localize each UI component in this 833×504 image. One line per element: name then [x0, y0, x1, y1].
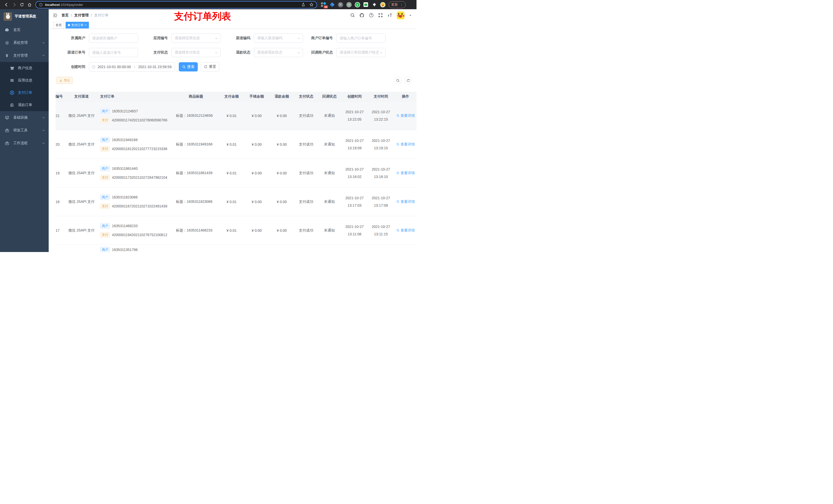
profile-emoji-icon[interactable] [380, 2, 385, 7]
sidebar-item-system[interactable]: 系统管理 [0, 37, 49, 49]
refund-status-select[interactable]: 请选择退款状态 [254, 48, 303, 57]
merchant-tag: 商户 [100, 223, 110, 229]
pay-tag: 支付 [100, 117, 110, 123]
pay-status-select[interactable]: 请选择支付状态 [171, 48, 220, 57]
filter-notify-status: 回调商户状态 请选择订单回调商户状态 [303, 48, 385, 57]
extension-badge: 10 [324, 5, 328, 8]
chevron-down-icon [297, 37, 301, 40]
view-detail-link[interactable]: 查看详情 [396, 228, 415, 233]
sidebar-item-payment[interactable]: ¥ 支付管理 [0, 49, 49, 62]
tag-home[interactable]: 首页 [53, 22, 64, 28]
browser-home-button[interactable] [26, 1, 33, 8]
close-icon[interactable]: × [85, 24, 87, 27]
sidebar-item-label: 退款订单 [18, 103, 32, 107]
create-time-range-input[interactable]: 2021-10-01 00:00:00 - 2021-10-31 23:59:5… [89, 62, 175, 71]
chevron-down-icon [42, 41, 45, 44]
browser-forward-button[interactable] [10, 1, 18, 8]
extensions-puzzle-icon[interactable] [372, 2, 377, 7]
github-icon[interactable] [359, 13, 364, 18]
reset-button[interactable]: 重置 [201, 62, 219, 71]
chevron-down-icon [215, 37, 218, 40]
font-size-icon[interactable] [387, 13, 392, 18]
chevron-down-icon [42, 129, 45, 132]
sidebar-item-app-info[interactable]: 应用信息 [0, 74, 49, 87]
app-logo-row[interactable]: 芋道管理系统 [0, 9, 49, 24]
export-button[interactable]: 导出 [56, 77, 73, 84]
view-detail-link[interactable]: 查看详情 [396, 114, 415, 118]
pay-tag: 支付 [100, 146, 110, 152]
browser-reload-button[interactable] [18, 1, 26, 8]
sidebar-item-dev-tools[interactable]: 研发工具 [0, 124, 49, 137]
table-row: 19 微信 JSAPI 支付 商户1635311881440 支付4200001… [55, 159, 416, 188]
avatar-caret-icon[interactable] [409, 14, 412, 17]
extensions-row: 10 ⌘ y [321, 2, 385, 7]
extension-command-icon[interactable]: ⌘ [338, 2, 343, 7]
filter-merchant-order-no: 商户订单编号 [303, 33, 385, 43]
table-header: 编号 支付渠道 支付订单 商品标题 支付金额 手续金额 退款金额 支付状态 回调… [55, 92, 416, 101]
extension-record-icon[interactable] [346, 2, 352, 7]
merchant-tag: 商户 [100, 247, 110, 252]
extension-y-icon[interactable]: y [355, 2, 360, 7]
sidebar-item-label: 研发工具 [13, 128, 28, 133]
extension-chat-icon[interactable] [363, 2, 368, 7]
tag-pay-order[interactable]: 支付订单 × [66, 22, 89, 28]
merchant-input[interactable] [89, 33, 138, 43]
breadcrumb-pay-mgmt[interactable]: 支付管理 [74, 13, 89, 18]
gear-icon [5, 41, 9, 45]
browser-back-button[interactable] [3, 1, 10, 8]
pay-tag: 支付 [100, 203, 110, 209]
toggle-search-button[interactable] [394, 77, 402, 84]
user-avatar[interactable] [397, 11, 404, 19]
app-no-select[interactable]: 请选择应用信息 [171, 33, 220, 43]
filter-channel-order-no: 渠道订单号 [55, 48, 138, 57]
breadcrumb-pay-order: 支付订单 [94, 13, 109, 18]
sidebar-item-workflow[interactable]: 工作流程 [0, 137, 49, 149]
table-row-partial: 商户1635311351796 [55, 245, 416, 252]
extension-kite-icon[interactable] [329, 2, 335, 7]
shop-icon [10, 66, 14, 70]
breadcrumb: 首页 / 支付管理 / 支付订单 [62, 13, 109, 18]
filter-pay-status: 支付状态 请选择支付状态 [138, 48, 220, 57]
view-detail-link[interactable]: 查看详情 [396, 199, 415, 204]
monitor-chart-icon [5, 116, 9, 120]
site-info-icon[interactable] [39, 3, 43, 7]
dashboard-icon [5, 28, 9, 32]
channel-code-select[interactable]: 请输入渠道编码 [254, 33, 303, 43]
sidebar-item-label: 应用信息 [18, 78, 32, 83]
sidebar-item-pay-order[interactable]: 支付订单 [0, 87, 49, 99]
top-navbar: 首页 / 支付管理 / 支付订单 支付订单列表 [49, 9, 416, 21]
channel-order-no-input[interactable] [89, 48, 138, 57]
help-icon[interactable] [369, 13, 374, 18]
browser-update-button[interactable]: 更新⋮ [388, 1, 406, 8]
sidebar-item-home[interactable]: 首页 [0, 24, 49, 37]
sidebar-item-infrastructure[interactable]: 基础设施 [0, 111, 49, 124]
merchant-tag: 商户 [100, 194, 110, 200]
bookmark-star-icon[interactable] [309, 3, 313, 7]
merchant-order-no-input[interactable] [336, 33, 385, 43]
address-bar[interactable]: localhost:1024/pay/order [35, 1, 317, 8]
sidebar-item-label: 基础设施 [13, 115, 28, 120]
table-row: 21 微信 JSAPI 支付 商户1635312124657 支付4200001… [55, 101, 416, 130]
fullscreen-icon[interactable] [378, 13, 383, 18]
toolbox-icon [5, 141, 9, 145]
view-detail-link[interactable]: 查看详情 [396, 142, 415, 147]
view-detail-link[interactable]: 查看详情 [396, 171, 415, 175]
sidebar-item-refund-order[interactable]: 退款订单 [0, 99, 49, 111]
refresh-table-button[interactable] [404, 77, 412, 84]
breadcrumb-home[interactable]: 首页 [62, 13, 69, 18]
browser-menu-icon[interactable]: ⋮ [400, 3, 403, 6]
filter-channel-code: 渠道编码 请输入渠道编码 [220, 33, 303, 43]
notify-status-select[interactable]: 请选择订单回调商户状态 [336, 48, 385, 57]
extension-blocks-icon[interactable]: 10 [321, 2, 326, 7]
search-button[interactable]: 搜索 [179, 62, 198, 71]
sidebar-item-merchant-info[interactable]: 商户信息 [0, 62, 49, 74]
search-icon[interactable] [350, 13, 355, 18]
merchant-tag: 商户 [100, 166, 110, 171]
date-start: 2021-10-01 00:00:00 [98, 65, 131, 69]
chevron-down-icon [42, 142, 45, 145]
share-icon[interactable] [301, 3, 305, 7]
pay-tag: 支付 [100, 232, 110, 238]
sidebar-toggle-icon[interactable] [53, 13, 57, 18]
merchant-tag: 商户 [100, 137, 110, 143]
payment-submenu: 商户信息 应用信息 支付订单 退款订单 [0, 62, 49, 111]
